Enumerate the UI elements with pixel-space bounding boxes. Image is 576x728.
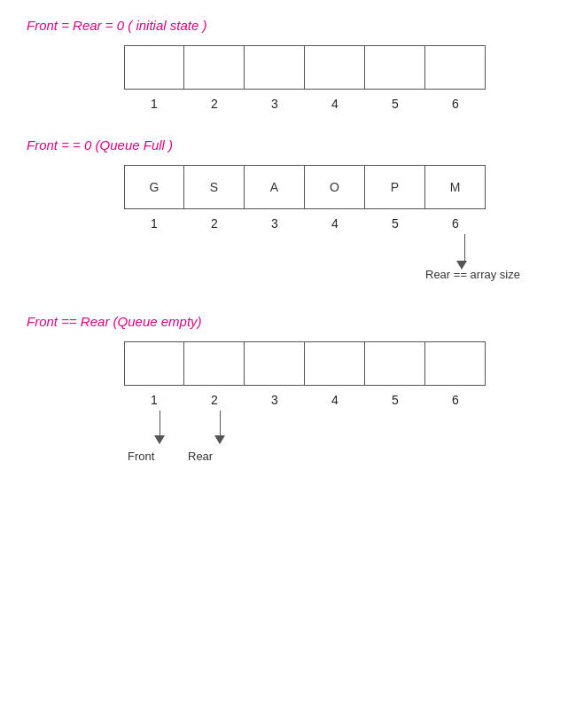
array-initial — [124, 45, 549, 90]
cell-0-2 — [245, 45, 305, 90]
cell-0-3 — [305, 45, 365, 90]
idx-2-3: 4 — [305, 393, 365, 407]
section-initial-title: Front = Rear = 0 ( initial state ) — [27, 18, 549, 33]
cell-0-0 — [124, 45, 184, 90]
cell-0-4 — [365, 45, 425, 90]
section-empty: Front == Rear (Queue empty) 1 2 3 4 5 6 — [27, 314, 549, 481]
rear-annotation: Rear == array size — [425, 268, 520, 281]
idx-1-1: 2 — [184, 216, 245, 231]
cell-1-3: O — [305, 165, 365, 209]
front-label: Front — [128, 450, 154, 463]
section-empty-title: Front == Rear (Queue empty) — [27, 314, 549, 329]
cell-0-1 — [184, 45, 245, 90]
section-full: Front = = 0 (Queue Full ) G S A O P M 1 … — [27, 137, 549, 287]
cell-1-2: A — [245, 165, 305, 209]
cell-1-5: M — [425, 165, 486, 209]
array-empty — [124, 341, 549, 386]
idx-0-1: 2 — [184, 97, 245, 111]
idx-1-2: 3 — [245, 216, 305, 231]
page: Front = Rear = 0 ( initial state ) 1 2 3… — [0, 0, 576, 526]
cell-2-1 — [184, 341, 245, 386]
cell-2-0 — [124, 341, 184, 386]
cell-0-5 — [425, 45, 486, 90]
idx-1-3: 4 — [305, 216, 365, 231]
idx-2-2: 3 — [245, 393, 305, 407]
section-full-title: Front = = 0 (Queue Full ) — [27, 137, 549, 153]
idx-2-0: 1 — [124, 393, 184, 407]
array-full: G S A O P M — [124, 165, 549, 209]
cell-2-4 — [365, 341, 425, 386]
idx-0-4: 5 — [365, 97, 425, 111]
cell-1-4: P — [365, 165, 425, 209]
idx-0-3: 4 — [305, 97, 365, 111]
idx-1-0: 1 — [124, 216, 184, 231]
idx-0-0: 1 — [124, 97, 184, 111]
section-initial: Front = Rear = 0 ( initial state ) 1 2 3… — [27, 18, 549, 111]
idx-1-5: 6 — [425, 216, 486, 231]
indices-empty: 1 2 3 4 5 6 — [124, 393, 549, 407]
cell-2-3 — [305, 341, 365, 386]
indices-initial: 1 2 3 4 5 6 — [124, 97, 549, 111]
cell-2-2 — [245, 341, 305, 386]
idx-1-4: 5 — [365, 216, 425, 231]
rear-label: Rear — [188, 450, 213, 463]
idx-2-1: 2 — [184, 393, 245, 407]
idx-0-5: 6 — [425, 97, 486, 111]
cell-1-0: G — [124, 165, 184, 209]
indices-full: 1 2 3 4 5 6 — [124, 216, 549, 231]
idx-2-4: 5 — [365, 393, 425, 407]
cell-1-1: S — [184, 165, 245, 209]
cell-2-5 — [425, 341, 486, 386]
idx-2-5: 6 — [425, 393, 486, 407]
idx-0-2: 3 — [245, 97, 305, 111]
